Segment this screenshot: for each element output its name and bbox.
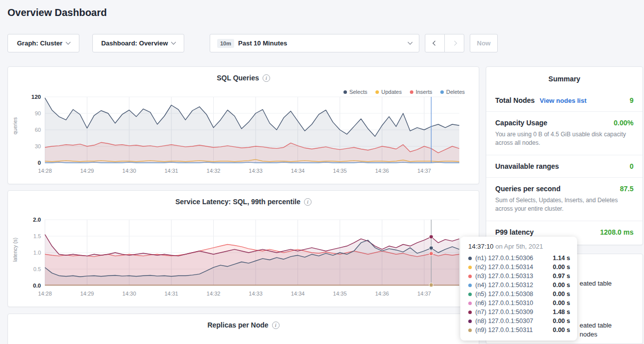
chart-title: Service Latency: SQL, 99th percentilei bbox=[8, 191, 479, 206]
node-label: (n8) 127.0.0.1:50307 bbox=[475, 318, 533, 325]
svg-text:14:36: 14:36 bbox=[375, 291, 389, 297]
time-range-badge: 10m bbox=[217, 39, 234, 48]
total-nodes-label: Total Nodes bbox=[495, 96, 535, 104]
chart-tooltip: 14:37:10 on Apr 5th, 2021 (n1) 127.0.0.1… bbox=[460, 237, 577, 341]
svg-text:14:37: 14:37 bbox=[417, 168, 431, 174]
tooltip-node-row: (n3) 127.0.0.1:503130.97 s bbox=[468, 272, 570, 281]
svg-text:2.0: 2.0 bbox=[33, 217, 41, 223]
capacity-value: 0.00% bbox=[614, 119, 634, 127]
dashboard-dropdown-label: Dashboard: Overview bbox=[101, 39, 168, 47]
qps-value: 87.5 bbox=[620, 185, 634, 193]
unavailable-ranges-label: Unavailable ranges bbox=[495, 162, 559, 170]
chevron-down-icon bbox=[408, 40, 413, 45]
capacity-subtext: You are using 0 B of 4.5 GiB usable disk… bbox=[495, 130, 634, 148]
chevron-right-icon bbox=[452, 41, 457, 46]
svg-text:14:30: 14:30 bbox=[122, 168, 136, 174]
tooltip-time: 14:37:10 bbox=[468, 243, 494, 250]
chevron-down-icon bbox=[66, 40, 71, 45]
qps-label: Queries per second bbox=[495, 185, 561, 193]
tooltip-node-row: (n6) 127.0.0.1:503100.00 s bbox=[468, 299, 570, 308]
node-value: 0.00 s bbox=[553, 264, 570, 271]
svg-text:1.5: 1.5 bbox=[33, 233, 41, 239]
svg-text:14:35: 14:35 bbox=[333, 168, 347, 174]
y-axis-label: latency (s) bbox=[12, 230, 18, 270]
chevron-left-icon bbox=[432, 41, 437, 46]
p99-latency-label: P99 latency bbox=[495, 228, 534, 236]
sql-queries-chart[interactable]: 14:2814:2914:3014:3114:3214:3314:3414:35… bbox=[20, 92, 468, 180]
view-nodes-list-link[interactable]: View nodes list bbox=[540, 97, 587, 104]
node-value: 1.14 s bbox=[553, 255, 570, 262]
total-nodes-value: 9 bbox=[630, 96, 634, 104]
qps-subtext: Sum of Selects, Updates, Inserts, and De… bbox=[495, 196, 634, 214]
node-label: (n2) 127.0.0.1:50314 bbox=[475, 264, 533, 271]
node-label: (n7) 127.0.0.1:50309 bbox=[475, 309, 533, 316]
svg-text:120: 120 bbox=[31, 94, 41, 100]
node-value: 1.48 s bbox=[553, 309, 570, 316]
sql-queries-title: SQL Queries bbox=[217, 74, 259, 82]
svg-text:14:29: 14:29 bbox=[80, 168, 94, 174]
tooltip-date: on Apr 5th, 2021 bbox=[495, 243, 543, 250]
node-label: (n4) 127.0.0.1:50312 bbox=[475, 282, 533, 289]
node-dot-icon bbox=[468, 329, 472, 332]
time-back-button[interactable] bbox=[425, 34, 445, 52]
capacity-label: Capacity Usage bbox=[495, 119, 547, 127]
node-label: (n6) 127.0.0.1:50310 bbox=[475, 300, 533, 307]
time-range-dropdown[interactable]: 10m Past 10 Minutes bbox=[210, 34, 419, 52]
tooltip-node-row: (n1) 127.0.0.1:503061.14 s bbox=[468, 254, 570, 263]
unavailable-ranges-value: 0 bbox=[630, 162, 634, 170]
service-latency-chart[interactable]: 14:2814:2914:3014:3114:3214:3314:3414:35… bbox=[20, 215, 468, 303]
replicas-per-node-panel: Replicas per Nodei bbox=[7, 314, 479, 344]
node-dot-icon bbox=[468, 284, 472, 287]
node-value: 0.00 s bbox=[553, 300, 570, 307]
graph-dropdown[interactable]: Graph: Cluster bbox=[7, 34, 79, 52]
summary-panel: Summary Total Nodes View nodes list 9 Ca… bbox=[486, 66, 643, 245]
replicas-title: Replicas per Node bbox=[207, 321, 268, 329]
svg-text:14:33: 14:33 bbox=[249, 291, 263, 297]
summary-row-capacity: Capacity Usage 0.00% You are using 0 B o… bbox=[486, 112, 643, 155]
info-icon[interactable]: i bbox=[304, 198, 312, 206]
node-dot-icon bbox=[468, 293, 472, 296]
node-label: (n9) 127.0.0.1:50311 bbox=[475, 327, 533, 334]
svg-text:14:31: 14:31 bbox=[164, 168, 178, 174]
node-label: (n3) 127.0.0.1:50313 bbox=[475, 273, 533, 280]
tooltip-node-row: (n8) 127.0.0.1:503070.00 s bbox=[468, 317, 570, 326]
tooltip-node-row: (n7) 127.0.0.1:503091.48 s bbox=[468, 308, 570, 317]
y-axis-label: queries bbox=[12, 106, 18, 146]
sql-queries-panel: SQL Queriesi Selects Updates Inserts Del… bbox=[7, 66, 479, 184]
node-label: (n1) 127.0.0.1:50306 bbox=[475, 255, 533, 262]
svg-text:14:28: 14:28 bbox=[38, 291, 52, 297]
graph-dropdown-label: Graph: Cluster bbox=[17, 39, 62, 47]
svg-text:14:30: 14:30 bbox=[122, 291, 136, 297]
node-value: 0.00 s bbox=[553, 327, 570, 334]
node-dot-icon bbox=[468, 275, 472, 278]
summary-row-qps: Queries per second 87.5 Sum of Selects, … bbox=[486, 178, 643, 221]
now-button[interactable]: Now bbox=[470, 34, 498, 52]
svg-text:0.0: 0.0 bbox=[33, 283, 41, 289]
service-latency-panel: Service Latency: SQL, 99th percentilei l… bbox=[7, 190, 479, 307]
node-value: 0.00 s bbox=[553, 318, 570, 325]
svg-text:90: 90 bbox=[35, 110, 41, 116]
svg-text:14:29: 14:29 bbox=[80, 291, 94, 297]
node-value: 0.00 s bbox=[553, 282, 570, 289]
time-forward-button[interactable] bbox=[444, 34, 464, 52]
chart-title: Replicas per Nodei bbox=[8, 314, 479, 329]
svg-text:1.0: 1.0 bbox=[33, 250, 41, 256]
svg-text:14:32: 14:32 bbox=[207, 168, 221, 174]
svg-text:0.5: 0.5 bbox=[33, 266, 41, 272]
dashboard-dropdown[interactable]: Dashboard: Overview bbox=[92, 34, 184, 52]
svg-text:14:36: 14:36 bbox=[375, 168, 389, 174]
page-title: Overview Dashboard bbox=[7, 7, 107, 18]
svg-text:14:31: 14:31 bbox=[164, 291, 178, 297]
node-dot-icon bbox=[468, 266, 472, 269]
info-icon[interactable]: i bbox=[263, 74, 270, 82]
svg-text:60: 60 bbox=[35, 127, 41, 133]
svg-text:14:33: 14:33 bbox=[249, 168, 263, 174]
summary-row-unavailable-ranges: Unavailable ranges 0 bbox=[486, 155, 643, 178]
tooltip-node-row: (n9) 127.0.0.1:503110.00 s bbox=[468, 326, 570, 335]
summary-title: Summary bbox=[486, 67, 643, 89]
summary-row-total-nodes: Total Nodes View nodes list 9 bbox=[486, 89, 643, 112]
event-text-fragment: nodes bbox=[580, 331, 597, 338]
svg-text:0: 0 bbox=[38, 160, 41, 166]
info-icon[interactable]: i bbox=[272, 322, 280, 329]
chart-title: SQL Queriesi bbox=[8, 67, 479, 82]
